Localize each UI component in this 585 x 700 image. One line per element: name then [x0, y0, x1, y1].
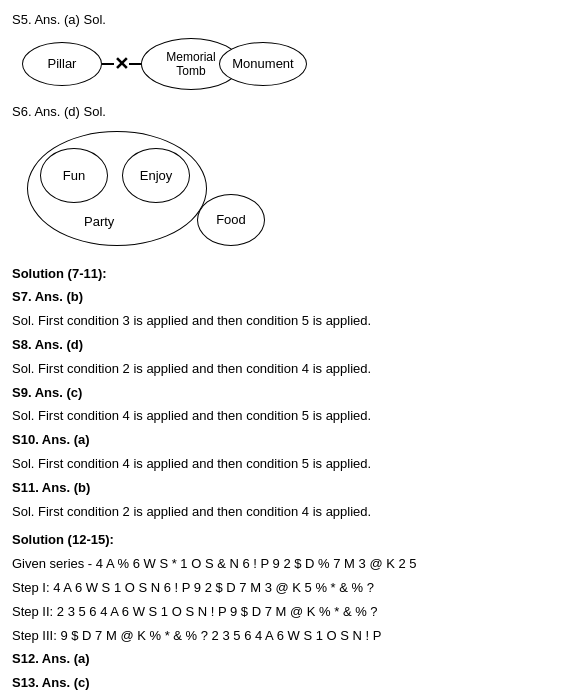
s8-ans: S8. Ans. (d)	[12, 335, 573, 356]
s9-sol: Sol. First condition 4 is applied and th…	[12, 406, 573, 427]
solution-7-11-header: Solution (7-11):	[12, 264, 573, 285]
step3: Step III: 9 $ D 7 M @ K % * & % ? 2 3 5 …	[12, 626, 573, 647]
s6-food-oval: Food	[197, 194, 265, 246]
s5-arrow: ✕	[102, 55, 141, 73]
s6-enjoy-oval: Enjoy	[122, 148, 190, 203]
solution-12-15-section: Solution (12-15): Given series - 4 A % 6…	[12, 530, 573, 700]
s11-ans: S11. Ans. (b)	[12, 478, 573, 499]
s5-diagram: Pillar ✕ MemorialTomb Monument	[22, 34, 573, 94]
step2: Step II: 2 3 5 6 4 A 6 W S 1 O S N ! P 9…	[12, 602, 573, 623]
s10-ans: S10. Ans. (a)	[12, 430, 573, 451]
s5-ans-line: S5. Ans. (a) Sol.	[12, 10, 573, 31]
s8-sol: Sol. First condition 2 is applied and th…	[12, 359, 573, 380]
s6-diagram: Fun Enjoy Party Food	[22, 126, 302, 256]
s12-ans: S12. Ans. (a)	[12, 649, 573, 670]
s6-section: S6. Ans. (d) Sol. Fun Enjoy Party Food	[12, 102, 573, 256]
solution-7-11-section: Solution (7-11): S7. Ans. (b) Sol. First…	[12, 264, 573, 523]
pillar-oval: Pillar	[22, 42, 102, 86]
solution-12-15-header: Solution (12-15):	[12, 530, 573, 551]
step1: Step I: 4 A 6 W S 1 O S N 6 ! P 9 2 $ D …	[12, 578, 573, 599]
s6-ans-line: S6. Ans. (d) Sol.	[12, 102, 573, 123]
s11-sol: Sol. First condition 2 is applied and th…	[12, 502, 573, 523]
s10-sol: Sol. First condition 4 is applied and th…	[12, 454, 573, 475]
s7-ans: S7. Ans. (b)	[12, 287, 573, 308]
right-ovals: MemorialTomb Monument	[141, 34, 311, 94]
s6-party-label: Party	[84, 214, 114, 229]
s13-ans: S13. Ans. (c)	[12, 673, 573, 694]
s7-sol: Sol. First condition 3 is applied and th…	[12, 311, 573, 332]
s6-fun-oval: Fun	[40, 148, 108, 203]
given-series: Given series - 4 A % 6 W S * 1 O S & N 6…	[12, 554, 573, 575]
s9-ans: S9. Ans. (c)	[12, 383, 573, 404]
s5-section: S5. Ans. (a) Sol. Pillar ✕ MemorialTomb …	[12, 10, 573, 94]
monument-oval: Monument	[219, 42, 307, 86]
